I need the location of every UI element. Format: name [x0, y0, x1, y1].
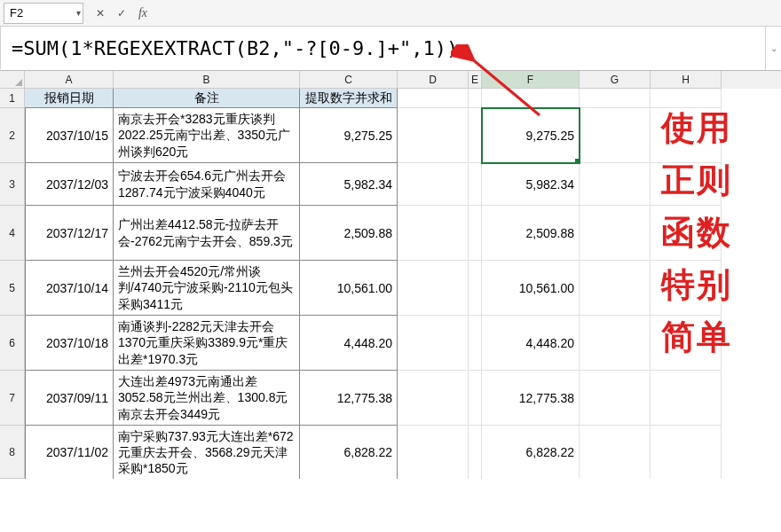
- row-header[interactable]: 7: [0, 371, 25, 426]
- cell[interactable]: [398, 206, 469, 261]
- row-header[interactable]: 1: [0, 89, 25, 108]
- cell-sum[interactable]: 4,448.20: [300, 316, 398, 371]
- col-header-f[interactable]: F: [482, 71, 580, 89]
- cell-result[interactable]: 5,982.34: [482, 163, 580, 206]
- col-header-e[interactable]: E: [469, 71, 482, 89]
- row-header[interactable]: 2: [0, 108, 25, 163]
- cell-result[interactable]: 9,275.25: [482, 108, 580, 163]
- row-header[interactable]: 3: [0, 163, 25, 206]
- cell[interactable]: [469, 108, 482, 163]
- collapse-icon[interactable]: ⌄: [765, 27, 781, 70]
- cell[interactable]: [469, 371, 482, 426]
- cell-result[interactable]: 4,448.20: [482, 316, 580, 371]
- cell-note[interactable]: 兰州去开会4520元/常州谈判/4740元宁波采购-2110元包头采购3411元: [114, 261, 300, 316]
- cell[interactable]: [469, 316, 482, 371]
- cell-note[interactable]: 大连出差4973元南通出差3052.58元兰州出差、1300.8元南京去开会34…: [114, 371, 300, 426]
- cell[interactable]: [469, 206, 482, 261]
- annotation-line: 函数: [661, 207, 732, 259]
- cell-result[interactable]: 12,775.38: [482, 371, 580, 426]
- cell-date[interactable]: 2037/11/02: [25, 426, 114, 479]
- annotation-line: 正则: [661, 154, 732, 207]
- cell-result[interactable]: 2,509.88: [482, 206, 580, 261]
- cell[interactable]: [469, 261, 482, 316]
- row-header[interactable]: 8: [0, 426, 25, 479]
- table-row: 7 2037/09/11 大连出差4973元南通出差3052.58元兰州出差、1…: [0, 371, 781, 426]
- header-sum[interactable]: 提取数字并求和: [300, 89, 398, 108]
- cell-date[interactable]: 2037/12/03: [25, 163, 114, 206]
- cell-note[interactable]: 广州出差4412.58元-拉萨去开会-2762元南宁去开会、859.3元: [114, 206, 300, 261]
- cell[interactable]: [580, 426, 651, 479]
- select-all-corner[interactable]: [0, 71, 25, 89]
- annotation-text: 使用 正则 函数 特别 简单: [661, 102, 732, 363]
- col-header-c[interactable]: C: [300, 71, 398, 89]
- cell[interactable]: [580, 371, 651, 426]
- annotation-line: 简单: [661, 311, 732, 364]
- cell-sum[interactable]: 10,561.00: [300, 261, 398, 316]
- cell[interactable]: [398, 108, 469, 163]
- enter-icon[interactable]: ✓: [112, 4, 131, 23]
- cell[interactable]: [580, 261, 651, 316]
- annotation-line: 特别: [661, 259, 732, 311]
- cell-date[interactable]: 2037/12/17: [25, 206, 114, 261]
- cancel-icon[interactable]: ✕: [91, 4, 110, 23]
- cell-sum[interactable]: 2,509.88: [300, 206, 398, 261]
- formula-buttons: ✕ ✓ fx: [91, 4, 153, 23]
- header-date[interactable]: 报销日期: [25, 89, 114, 108]
- name-box-value: F2: [10, 6, 23, 20]
- col-header-b[interactable]: B: [114, 71, 300, 89]
- cell[interactable]: [398, 426, 469, 479]
- name-box[interactable]: F2 ▾: [4, 3, 83, 24]
- cell[interactable]: [398, 371, 469, 426]
- cell-sum[interactable]: 5,982.34: [300, 163, 398, 206]
- cell[interactable]: [580, 316, 651, 371]
- cell-result[interactable]: 6,828.22: [482, 426, 580, 479]
- col-header-h[interactable]: H: [651, 71, 722, 89]
- cell[interactable]: [580, 206, 651, 261]
- cell[interactable]: [398, 163, 469, 206]
- cell-sum[interactable]: 6,828.22: [300, 426, 398, 479]
- column-headers: A B C D E F G H: [0, 71, 781, 89]
- header-note[interactable]: 备注: [114, 89, 300, 108]
- cell[interactable]: [469, 163, 482, 206]
- row-header[interactable]: 6: [0, 316, 25, 371]
- cell[interactable]: [398, 316, 469, 371]
- col-header-a[interactable]: A: [25, 71, 114, 89]
- row-header[interactable]: 5: [0, 261, 25, 316]
- cell-date[interactable]: 2037/10/14: [25, 261, 114, 316]
- col-header-d[interactable]: D: [398, 71, 469, 89]
- cell[interactable]: [469, 89, 482, 108]
- cell[interactable]: [580, 163, 651, 206]
- cell-result[interactable]: 10,561.00: [482, 261, 580, 316]
- cell[interactable]: [398, 261, 469, 316]
- cell-note[interactable]: 南通谈判-2282元天津去开会1370元重庆采购3389.9元*重庆出差*197…: [114, 316, 300, 371]
- cell[interactable]: [651, 371, 722, 426]
- namebox-row: F2 ▾ ✕ ✓ fx: [0, 0, 781, 27]
- fx-icon[interactable]: fx: [133, 4, 153, 23]
- chevron-down-icon[interactable]: ▾: [76, 8, 81, 18]
- annotation-line: 使用: [661, 102, 732, 154]
- col-header-g[interactable]: G: [580, 71, 651, 89]
- cell-date[interactable]: 2037/10/15: [25, 108, 114, 163]
- cell[interactable]: [398, 89, 469, 108]
- formula-text: =SUM(1*REGEXEXTRACT(B2,"-?[0-9.]+",1)): [12, 37, 458, 59]
- cell-note[interactable]: 宁波去开会654.6元广州去开会1287.74元宁波采购4040元: [114, 163, 300, 206]
- cell-date[interactable]: 2037/09/11: [25, 371, 114, 426]
- cell-note[interactable]: 南宁采购737.93元大连出差*672元重庆去开会、3568.29元天津采购*1…: [114, 426, 300, 479]
- cell-note[interactable]: 南京去开会*3283元重庆谈判2022.25元南宁出差、3350元广州谈判620…: [114, 108, 300, 163]
- cell-date[interactable]: 2037/10/18: [25, 316, 114, 371]
- cell[interactable]: [482, 89, 580, 108]
- cell-sum[interactable]: 12,775.38: [300, 371, 398, 426]
- formula-bar[interactable]: =SUM(1*REGEXEXTRACT(B2,"-?[0-9.]+",1)): [0, 27, 765, 69]
- formula-row: =SUM(1*REGEXEXTRACT(B2,"-?[0-9.]+",1)) ⌄: [0, 27, 781, 71]
- cell-sum[interactable]: 9,275.25: [300, 108, 398, 163]
- cell[interactable]: [469, 426, 482, 479]
- table-row: 8 2037/11/02 南宁采购737.93元大连出差*672元重庆去开会、3…: [0, 426, 781, 479]
- cell[interactable]: [651, 426, 722, 479]
- row-header[interactable]: 4: [0, 206, 25, 261]
- cell[interactable]: [580, 89, 651, 108]
- cell[interactable]: [580, 108, 651, 163]
